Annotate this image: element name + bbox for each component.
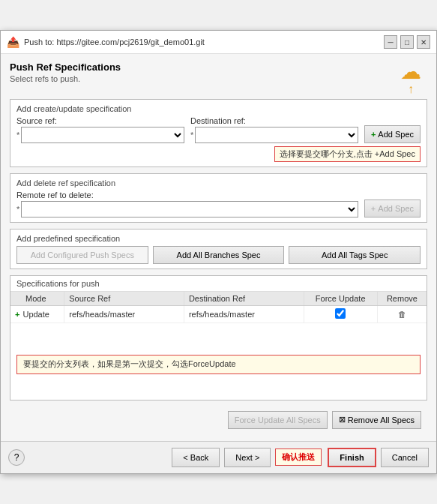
next-button[interactable]: Next > (224, 448, 271, 467)
force-update-tooltip: 要提交的分支列表，如果是第一次提交，勾选ForceUpdate (16, 355, 421, 374)
predefined-label: Add predefined specification (16, 234, 421, 243)
page-subtitle: Select refs to push. (10, 74, 121, 83)
add-spec-callout: 选择要提交哪个分支,点击 +Add Spec (274, 146, 421, 162)
add-all-branches-spec-button[interactable]: Add All Branches Spec (153, 246, 285, 264)
maximize-button[interactable]: □ (400, 35, 414, 49)
specs-for-push-section: Specifications for push Mode Source Ref … (10, 275, 427, 400)
page-title: Push Ref Specifications (10, 62, 121, 73)
title-bar: 📤 Push to: https://gitee.com/pcj2619/git… (1, 31, 436, 54)
col-header-mode: Mode (10, 292, 64, 306)
predefined-section: Add predefined specification Add Configu… (10, 229, 427, 269)
back-button[interactable]: < Back (172, 448, 220, 467)
cancel-button[interactable]: Cancel (381, 448, 429, 467)
col-header-source: Source Ref (64, 292, 184, 306)
window-title: Push to: https://gitee.com/pcj2619/git_d… (24, 38, 205, 46)
cloud-icon: ☁ (400, 62, 421, 82)
cloud-upload-icon-area: ☁ ↑ (400, 62, 421, 96)
app-icon: 📤 (7, 36, 19, 48)
add-all-tags-spec-button[interactable]: Add All Tags Spec (289, 246, 421, 264)
remote-ref-label: Remote ref to delete: (16, 190, 358, 200)
add-spec-button-delete[interactable]: + Add Spec (364, 200, 421, 218)
row-plus-icon: + (15, 310, 19, 319)
remove-icon: ⊠ (339, 415, 346, 424)
create-update-label: Add create/update specification (16, 104, 421, 113)
mode-cell: + Update (10, 306, 64, 323)
col-header-dest: Destination Ref (184, 292, 304, 306)
add-configured-push-specs-button[interactable]: Add Configured Push Specs (16, 246, 148, 264)
minimize-button[interactable]: ─ (384, 35, 397, 49)
main-window: 📤 Push to: https://gitee.com/pcj2619/git… (0, 30, 437, 473)
specs-table-header: Specifications for push (10, 276, 427, 292)
force-update-all-specs-button[interactable]: Force Update All Specs (228, 411, 328, 429)
add-spec-button-create[interactable]: + Add Spec (364, 125, 421, 143)
footer: ? < Back Next > 确认推送 Finish Cancel (1, 441, 436, 473)
col-header-remove: Remove (377, 292, 427, 306)
close-button[interactable]: ✕ (417, 35, 430, 49)
dest-ref-select[interactable] (195, 127, 358, 143)
remote-ref-select[interactable] (21, 201, 358, 218)
dest-ref-cell: refs/heads/master (184, 306, 304, 323)
upload-arrow-icon: ↑ (408, 82, 414, 96)
delete-plus-icon: + (371, 204, 376, 213)
dest-asterisk: * (190, 130, 193, 140)
plus-icon: + (371, 130, 376, 139)
col-header-force: Force Update (304, 292, 377, 306)
confirm-tooltip: 确认推送 (275, 448, 322, 466)
source-ref-select[interactable] (21, 127, 184, 143)
source-ref-cell: refs/heads/master (64, 306, 184, 323)
force-update-checkbox[interactable] (335, 308, 346, 319)
create-update-section: Add create/update specification Source r… (10, 99, 427, 167)
finish-button[interactable]: Finish (328, 448, 376, 467)
remove-all-specs-button[interactable]: ⊠ Remove All Specs (332, 411, 421, 429)
remote-ref-asterisk: * (16, 205, 19, 214)
help-button[interactable]: ? (8, 449, 25, 466)
dest-ref-label: Destination ref: (190, 116, 358, 125)
source-asterisk: * (16, 130, 19, 140)
delete-ref-section: Add delete ref specification Remote ref … (10, 173, 427, 223)
mode-value: Update (22, 310, 49, 319)
remove-trash-icon[interactable]: 🗑 (398, 310, 406, 319)
delete-ref-label: Add delete ref specification (16, 178, 421, 188)
table-row: + Update refs/heads/master refs/heads/ma… (10, 306, 427, 323)
source-ref-label: Source ref: (16, 116, 184, 125)
remove-cell[interactable]: 🗑 (377, 306, 427, 323)
specs-table-wrapper: Mode Source Ref Destination Ref Force Up… (10, 292, 427, 352)
force-update-cell[interactable] (304, 306, 377, 323)
specs-table: Mode Source Ref Destination Ref Force Up… (10, 292, 427, 323)
force-remove-row: Force Update All Specs ⊠ Remove All Spec… (10, 406, 427, 434)
